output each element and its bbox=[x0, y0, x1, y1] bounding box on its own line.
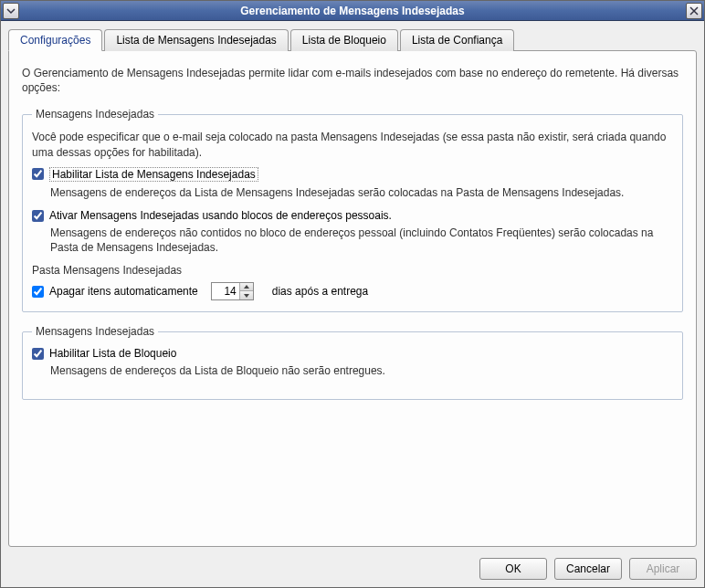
row-ativar-blocos: Ativar Mensagens Indesejadas usando bloc… bbox=[32, 209, 673, 222]
checkbox-habilitar-lista-indesejadas[interactable] bbox=[32, 168, 44, 180]
apply-button[interactable]: Aplicar bbox=[629, 558, 697, 580]
tab-panel-configuracoes: O Gerenciamento de Mensagens Indesejadas… bbox=[8, 50, 697, 547]
chevron-down-icon bbox=[6, 6, 16, 16]
checkbox-habilitar-bloqueio[interactable] bbox=[32, 348, 44, 360]
label-days-suffix: dias após a entrega bbox=[272, 285, 368, 298]
row-habilitar-bloqueio: Habilitar Lista de Bloqueio bbox=[32, 347, 673, 360]
ok-button[interactable]: OK bbox=[479, 558, 547, 580]
chevron-down-icon bbox=[244, 294, 249, 298]
group-bloqueio: Mensagens Indesejadas Habilitar Lista de… bbox=[22, 325, 683, 399]
window-title: Gerenciamento de Mensagens Indesejadas bbox=[19, 5, 686, 17]
label-apagar-automaticamente: Apagar itens automaticamente bbox=[49, 285, 198, 298]
tab-lista-indesejadas[interactable]: Lista de Mensagens Indesejadas bbox=[104, 29, 288, 51]
cancel-button[interactable]: Cancelar bbox=[554, 558, 622, 580]
button-bar: OK Cancelar Aplicar bbox=[1, 551, 704, 587]
label-habilitar-bloqueio: Habilitar Lista de Bloqueio bbox=[49, 347, 176, 360]
spin-down[interactable] bbox=[240, 291, 253, 299]
group-mensagens-indesejadas: Mensagens Indesejadas Você pode especifi… bbox=[22, 108, 683, 312]
chevron-up-icon bbox=[244, 285, 249, 289]
window-menu-button[interactable] bbox=[3, 3, 19, 19]
content-area: Configurações Lista de Mensagens Indesej… bbox=[1, 21, 704, 551]
label-ativar-blocos: Ativar Mensagens Indesejadas usando bloc… bbox=[49, 209, 392, 222]
tab-configuracoes[interactable]: Configurações bbox=[8, 29, 102, 51]
group1-desc: Você pode especificar que o e-mail seja … bbox=[32, 130, 673, 159]
group2-legend: Mensagens Indesejadas bbox=[32, 325, 158, 338]
spin-up[interactable] bbox=[240, 283, 253, 291]
checkbox-ativar-blocos[interactable] bbox=[32, 210, 44, 222]
row-apagar-automaticamente: Apagar itens automaticamente dias após a… bbox=[32, 282, 673, 300]
close-icon bbox=[689, 6, 699, 16]
intro-text: O Gerenciamento de Mensagens Indesejadas… bbox=[22, 66, 683, 95]
row-habilitar-lista-indesejadas: Habilitar Lista de Mensagens Indesejadas bbox=[32, 167, 673, 182]
days-input[interactable] bbox=[212, 284, 239, 299]
sub-habilitar-bloqueio: Mensagens de endereços da Lista de Bloqu… bbox=[50, 363, 673, 378]
checkbox-apagar-automaticamente[interactable] bbox=[32, 286, 44, 298]
spin-buttons bbox=[239, 283, 253, 299]
sub-habilitar-lista-indesejadas: Mensagens de endereços da Lista de Mensa… bbox=[50, 185, 673, 200]
tab-bar: Configurações Lista de Mensagens Indesej… bbox=[8, 28, 697, 50]
close-button[interactable] bbox=[686, 3, 702, 19]
tab-lista-bloqueio[interactable]: Lista de Bloqueio bbox=[290, 29, 398, 51]
label-habilitar-lista-indesejadas: Habilitar Lista de Mensagens Indesejadas bbox=[49, 167, 258, 182]
window-frame: Gerenciamento de Mensagens Indesejadas C… bbox=[0, 0, 705, 588]
days-stepper bbox=[211, 282, 254, 300]
titlebar: Gerenciamento de Mensagens Indesejadas bbox=[1, 1, 704, 21]
sub-ativar-blocos: Mensagens de endereços não contidos no b… bbox=[50, 226, 673, 255]
label-pasta-indesejadas: Pasta Mensagens Indesejadas bbox=[32, 264, 673, 277]
group1-legend: Mensagens Indesejadas bbox=[32, 108, 158, 121]
tab-lista-confianca[interactable]: Lista de Confiança bbox=[400, 29, 514, 51]
